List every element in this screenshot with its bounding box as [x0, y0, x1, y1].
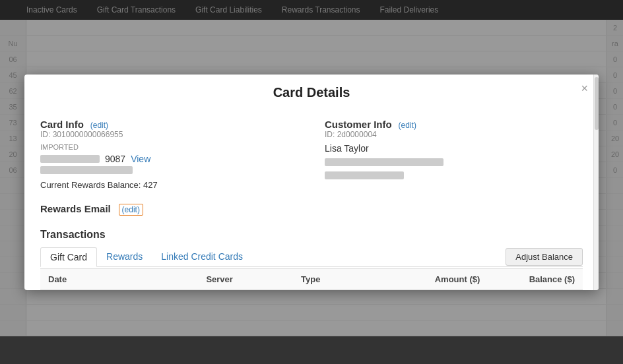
card-info-column: Card Info (edit) ID: 3010000000066955 IM…: [40, 119, 298, 190]
table-header: Date Server Type Amount ($) Balance ($): [40, 268, 583, 290]
tab-rewards[interactable]: Rewards: [97, 247, 152, 267]
rewards-balance: Current Rewards Balance: 427: [40, 180, 298, 190]
rewards-email-title: Rewards Email: [40, 203, 111, 214]
scrollbar-thumb[interactable]: [595, 77, 599, 130]
col-type: Type: [296, 274, 391, 284]
customer-info-edit-link[interactable]: (edit): [399, 121, 416, 130]
card-number-end: 9087: [105, 154, 125, 164]
rewards-email-section: Rewards Email (edit): [40, 203, 583, 216]
customer-info-column: Customer Info (edit) ID: 2d0000004 Lisa …: [325, 119, 583, 190]
card-number-row: 9087 View: [40, 154, 298, 164]
modal-card-details: Card Details × Card Info (edit) ID: 3010…: [24, 75, 599, 290]
modal-close-button[interactable]: ×: [581, 82, 588, 94]
tab-linked-credit-cards[interactable]: Linked Credit Cards: [152, 247, 252, 267]
transactions-title: Transactions: [40, 229, 583, 241]
col-date: Date: [43, 274, 201, 284]
customer-blur1: [325, 158, 583, 168]
transactions-section: Transactions Gift Card Rewards Linked Cr…: [40, 229, 583, 290]
modal-header: Card Details ×: [24, 75, 599, 108]
rewards-email-edit-link[interactable]: (edit): [119, 204, 143, 216]
info-row: Card Info (edit) ID: 3010000000066955 IM…: [40, 119, 583, 190]
customer-info-header: Customer Info (edit): [325, 119, 583, 130]
customer-blur-block2: [325, 171, 404, 179]
modal-body: Card Info (edit) ID: 3010000000066955 IM…: [24, 108, 599, 290]
tabs-row: Gift Card Rewards Linked Credit Cards Ad…: [40, 247, 583, 267]
card-info-title: Card Info: [40, 119, 84, 130]
modal-title: Card Details: [273, 85, 350, 100]
card-view-link[interactable]: View: [131, 154, 150, 164]
customer-info-title: Customer Info: [325, 119, 392, 130]
card-info-header: Card Info (edit): [40, 119, 298, 130]
card-blur-block: [40, 155, 100, 163]
col-amount: Amount ($): [391, 274, 486, 284]
card-number-line2: [40, 166, 298, 176]
customer-info-id: ID: 2d0000004: [325, 130, 583, 139]
adjust-balance-button[interactable]: Adjust Balance: [506, 248, 583, 266]
card-number-blur2: [40, 166, 133, 174]
customer-blur2: [325, 171, 583, 181]
card-info-id: ID: 3010000000066955: [40, 130, 298, 139]
customer-name: Lisa Taylor: [325, 143, 583, 154]
scrollbar[interactable]: [593, 75, 599, 290]
imported-label: IMPORTED: [40, 143, 298, 151]
card-info-edit-link[interactable]: (edit): [90, 121, 108, 130]
col-server: Server: [201, 274, 296, 284]
tab-gift-card[interactable]: Gift Card: [40, 247, 97, 267]
col-balance: Balance ($): [485, 274, 580, 284]
customer-blur-block1: [325, 158, 443, 166]
